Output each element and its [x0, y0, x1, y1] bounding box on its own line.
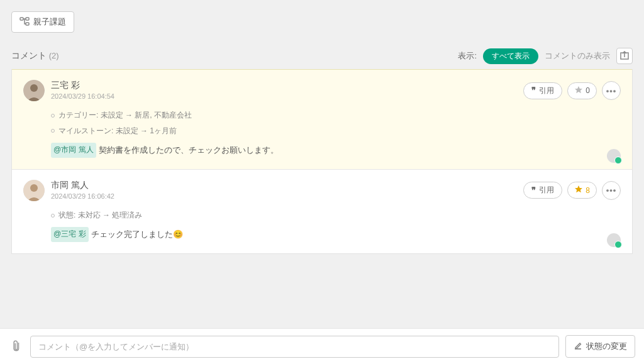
quote-label: 引用: [539, 85, 554, 96]
svg-point-5: [30, 84, 38, 92]
bullet-icon: [51, 114, 55, 118]
star-button[interactable]: 8: [567, 182, 597, 199]
svg-rect-2: [26, 23, 29, 25]
tree-icon: [19, 17, 30, 28]
parent-child-label: 親子課題: [33, 16, 66, 28]
star-button[interactable]: 0: [567, 82, 597, 99]
status-change-button[interactable]: 状態の変更: [565, 335, 635, 358]
change-line: マイルストーン: 未設定 → 1ヶ月前: [51, 124, 621, 138]
comments-count: (2): [49, 51, 59, 60]
comment-input[interactable]: [30, 336, 559, 358]
avatar[interactable]: [23, 180, 45, 201]
bottom-bar: 状態の変更: [0, 328, 644, 364]
comments-header: コメント (2) 表示: すべて表示 コメントのみ表示: [0, 39, 644, 69]
more-button[interactable]: •••: [602, 181, 621, 200]
star-icon: [574, 185, 583, 196]
author-name[interactable]: 市岡 篤人: [51, 180, 517, 191]
mention[interactable]: @市岡 篤人: [51, 143, 96, 158]
star-count: 8: [586, 186, 590, 195]
quote-button[interactable]: ❞ 引用: [523, 82, 562, 99]
show-all-toggle[interactable]: すべて表示: [483, 48, 538, 64]
change-text: マイルストーン: 未設定 → 1ヶ月前: [58, 124, 177, 138]
timestamp: 2024/03/29 16:04:54: [51, 92, 517, 100]
comment-message: 契約書を作成したので、チェックお願いします。: [99, 143, 279, 157]
paperclip-icon: [8, 338, 25, 355]
svg-point-7: [30, 184, 38, 192]
quote-icon: ❞: [531, 185, 536, 196]
expand-button[interactable]: [616, 48, 633, 64]
change-line: カテゴリー: 未設定 → 新居, 不動産会社: [51, 109, 621, 123]
star-count: 0: [586, 86, 590, 95]
more-button[interactable]: •••: [602, 81, 621, 100]
comments-title: コメント: [11, 50, 47, 60]
display-label: 表示:: [458, 50, 477, 62]
comments-list: 三宅 彩 2024/03/29 16:04:54 ❞ 引用 0 •••: [11, 69, 633, 254]
more-icon: •••: [606, 86, 617, 96]
parent-child-issue-button[interactable]: 親子課題: [11, 11, 74, 33]
svg-rect-1: [26, 18, 29, 20]
change-line: 状態: 未対応 → 処理済み: [51, 209, 621, 223]
star-icon: [574, 85, 583, 96]
avatar[interactable]: [23, 80, 45, 101]
pencil-icon: [574, 341, 582, 352]
timestamp: 2024/03/29 16:06:42: [51, 192, 517, 200]
expand-icon: [620, 51, 629, 62]
read-avatar[interactable]: [607, 233, 621, 247]
quote-label: 引用: [539, 185, 554, 196]
comments-only-toggle[interactable]: コメントのみ表示: [545, 50, 610, 62]
author-name[interactable]: 三宅 彩: [51, 80, 517, 91]
attach-button[interactable]: [6, 336, 27, 357]
comment-item: 三宅 彩 2024/03/29 16:04:54 ❞ 引用 0 •••: [12, 69, 632, 169]
comment-message: チェック完了しました😊: [91, 227, 183, 241]
quote-icon: ❞: [531, 85, 536, 96]
change-text: カテゴリー: 未設定 → 新居, 不動産会社: [58, 109, 192, 123]
quote-button[interactable]: ❞ 引用: [523, 182, 562, 199]
svg-rect-0: [20, 18, 23, 20]
more-icon: •••: [606, 185, 617, 195]
read-avatar[interactable]: [607, 149, 621, 163]
mention[interactable]: @三宅 彩: [51, 227, 89, 242]
status-change-label: 状態の変更: [586, 341, 627, 352]
comment-item: 市岡 篤人 2024/03/29 16:06:42 ❞ 引用 8 •••: [12, 169, 632, 253]
bullet-icon: [51, 214, 55, 218]
bullet-icon: [51, 129, 55, 133]
change-text: 状態: 未対応 → 処理済み: [58, 209, 142, 223]
